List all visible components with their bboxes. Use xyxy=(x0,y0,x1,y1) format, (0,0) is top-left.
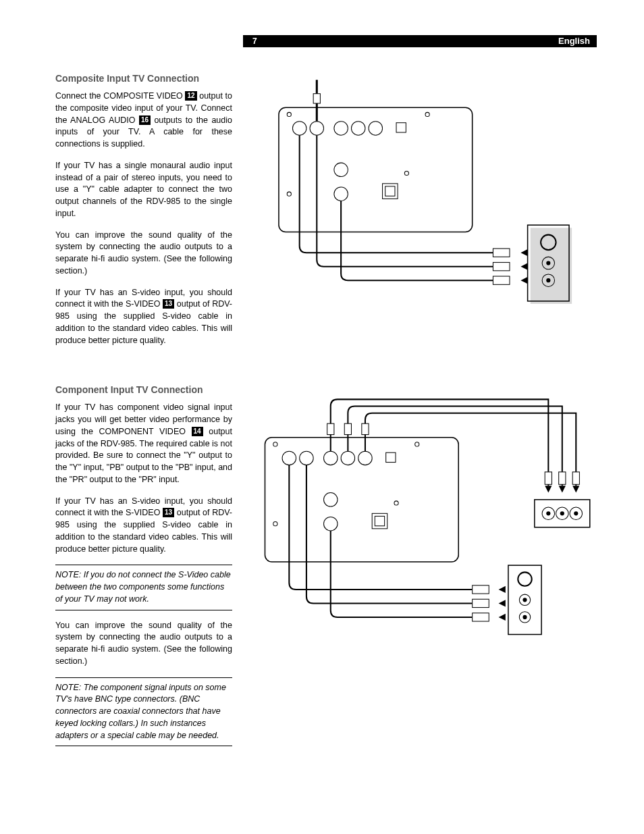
svg-point-4 xyxy=(351,122,365,135)
svg-rect-6 xyxy=(396,123,406,132)
ref-13: 13 xyxy=(163,299,174,309)
text-column: Composite Input TV Connection Connect th… xyxy=(55,73,232,746)
svg-rect-13 xyxy=(493,249,510,257)
svg-point-26 xyxy=(287,112,291,116)
svg-point-71 xyxy=(273,522,277,526)
section1-p1: Connect the COMPOSITE VIDEO 12 output to… xyxy=(55,90,232,151)
svg-rect-46 xyxy=(572,472,579,484)
svg-point-37 xyxy=(324,493,338,506)
diagram-column xyxy=(251,73,597,746)
svg-rect-41 xyxy=(327,424,334,435)
svg-point-31 xyxy=(282,452,296,465)
ref-12: 12 xyxy=(185,91,196,101)
language-label: English xyxy=(558,35,590,47)
svg-point-27 xyxy=(425,112,429,116)
svg-point-2 xyxy=(310,122,323,135)
svg-point-1 xyxy=(292,122,306,135)
svg-marker-49 xyxy=(572,486,579,493)
svg-rect-9 xyxy=(383,184,398,199)
svg-rect-39 xyxy=(372,514,387,529)
section2-note1: NOTE: If you do not connect the S-Video … xyxy=(55,565,232,610)
svg-rect-40 xyxy=(375,517,384,526)
svg-rect-10 xyxy=(385,186,395,196)
ref-13b: 13 xyxy=(163,508,174,517)
ref-14: 14 xyxy=(192,427,203,436)
section1-title: Composite Input TV Connection xyxy=(55,73,232,84)
svg-point-56 xyxy=(574,512,578,516)
svg-rect-42 xyxy=(344,424,351,435)
section1-p4: If your TV has an S-video input, you sho… xyxy=(55,287,232,347)
section2-p2: If your TV has an S-video input, you sho… xyxy=(55,496,232,556)
svg-point-5 xyxy=(369,122,382,135)
svg-marker-24 xyxy=(520,263,527,270)
svg-marker-48 xyxy=(559,486,566,493)
svg-point-8 xyxy=(334,187,348,201)
svg-point-54 xyxy=(560,512,564,516)
svg-point-34 xyxy=(341,452,354,465)
svg-marker-25 xyxy=(520,277,527,284)
svg-point-69 xyxy=(273,442,277,446)
svg-point-32 xyxy=(300,452,313,465)
svg-point-3 xyxy=(334,122,348,135)
svg-point-7 xyxy=(334,163,348,176)
svg-rect-36 xyxy=(386,453,396,463)
wiring-diagram-icon xyxy=(251,73,597,315)
svg-rect-57 xyxy=(473,585,489,594)
svg-rect-45 xyxy=(559,472,566,484)
header-bar: 7 English xyxy=(243,35,597,47)
svg-point-68 xyxy=(522,615,527,619)
svg-rect-43 xyxy=(362,424,369,435)
composite-connection-diagram xyxy=(251,73,597,315)
section2-note2: NOTE: The component signal inputs on som… xyxy=(55,677,232,747)
section2-title: Component Input TV Connection xyxy=(55,384,232,395)
svg-rect-44 xyxy=(545,472,552,484)
svg-point-22 xyxy=(546,278,550,282)
svg-rect-0 xyxy=(279,107,473,232)
section2-p1: If your TV has component video signal in… xyxy=(55,402,232,486)
svg-point-29 xyxy=(404,171,408,175)
svg-rect-14 xyxy=(493,263,510,271)
svg-rect-17 xyxy=(531,228,572,304)
svg-rect-30 xyxy=(265,438,458,562)
svg-point-70 xyxy=(415,442,419,446)
section1-p2: If your TV has a single monaural audio i… xyxy=(55,160,232,220)
svg-marker-61 xyxy=(499,600,506,607)
ref-16: 16 xyxy=(139,115,151,125)
svg-point-33 xyxy=(324,452,338,465)
svg-marker-62 xyxy=(499,614,506,621)
svg-point-28 xyxy=(287,192,291,196)
svg-point-38 xyxy=(324,517,338,531)
svg-point-35 xyxy=(358,452,372,465)
svg-marker-60 xyxy=(499,586,506,593)
svg-point-52 xyxy=(546,512,550,516)
svg-rect-15 xyxy=(493,276,510,284)
svg-point-66 xyxy=(522,598,527,602)
svg-point-72 xyxy=(394,501,398,505)
svg-rect-58 xyxy=(473,600,489,608)
svg-rect-12 xyxy=(313,94,320,103)
wiring-diagram-icon xyxy=(251,389,597,652)
svg-marker-23 xyxy=(520,249,527,256)
section1-p3: You can improve the sound quality of the… xyxy=(55,230,232,278)
svg-point-20 xyxy=(546,261,550,265)
component-connection-diagram xyxy=(251,389,597,652)
svg-rect-59 xyxy=(473,613,489,621)
svg-marker-47 xyxy=(545,486,552,493)
section2-p3: You can improve the sound quality of the… xyxy=(55,620,232,668)
page-number: 7 xyxy=(252,35,257,47)
